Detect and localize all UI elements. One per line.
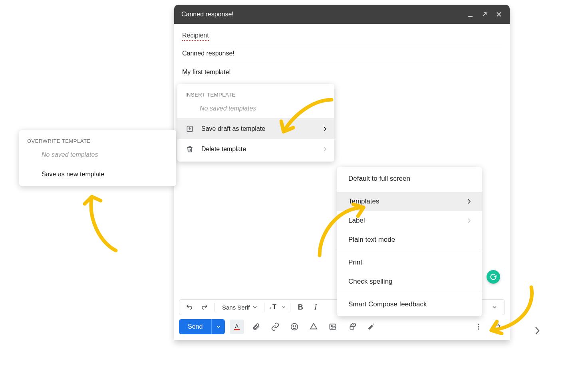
emoji-icon[interactable] bbox=[287, 320, 302, 334]
send-button-group: Send bbox=[179, 319, 225, 334]
compose-fields: Recipient Canned response! bbox=[174, 24, 510, 62]
minimize-icon[interactable] bbox=[467, 11, 474, 18]
pen-icon[interactable] bbox=[364, 320, 378, 334]
font-size-icon[interactable]: тT bbox=[268, 300, 287, 314]
menu-item-plain-text[interactable]: Plain text mode bbox=[337, 230, 482, 249]
chevron-right-icon bbox=[323, 147, 326, 152]
menu-label: Delete template bbox=[201, 146, 246, 153]
separator bbox=[215, 303, 215, 312]
annotation-arrow bbox=[80, 191, 124, 255]
attach-icon[interactable] bbox=[249, 320, 263, 334]
chevron-right-icon bbox=[467, 218, 471, 223]
menu-divider bbox=[337, 190, 482, 190]
text-color-icon[interactable]: A bbox=[230, 320, 244, 334]
menu-label: Check spelling bbox=[348, 278, 393, 286]
confidential-icon[interactable] bbox=[345, 320, 359, 334]
menu-divider bbox=[337, 293, 482, 293]
templates-empty-text: No saved templates bbox=[177, 102, 334, 118]
menu-label: Label bbox=[348, 217, 365, 225]
svg-point-12 bbox=[478, 324, 479, 325]
close-icon[interactable] bbox=[495, 11, 503, 18]
menu-item-smart-compose[interactable]: Smart Compose feedback bbox=[337, 295, 482, 314]
menu-label: Default to full screen bbox=[348, 175, 410, 183]
svg-point-14 bbox=[478, 328, 479, 330]
link-icon[interactable] bbox=[268, 320, 282, 334]
chevron-right-icon bbox=[467, 199, 471, 204]
svg-point-6 bbox=[293, 326, 294, 326]
svg-point-13 bbox=[478, 326, 479, 327]
more-options-menu: Default to full screen Templates Label P… bbox=[337, 167, 482, 316]
menu-item-delete-template[interactable]: Delete template bbox=[177, 139, 334, 159]
menu-label: Smart Compose feedback bbox=[348, 300, 427, 308]
toolbar-more-icon[interactable] bbox=[488, 300, 501, 314]
menu-item-save-new-template[interactable]: Save as new template bbox=[19, 165, 176, 184]
menu-label: Save draft as template bbox=[201, 125, 265, 132]
menu-item-save-draft-template[interactable]: Save draft as template bbox=[177, 119, 334, 139]
send-more-button[interactable] bbox=[211, 319, 225, 334]
svg-text:т: т bbox=[269, 306, 271, 310]
trash-icon bbox=[185, 145, 194, 154]
font-selector[interactable]: Sans Serif bbox=[218, 304, 261, 311]
recipient-row[interactable]: Recipient bbox=[182, 28, 502, 45]
drive-icon[interactable] bbox=[306, 320, 321, 334]
separator bbox=[290, 303, 290, 312]
templates-section-label: Insert template bbox=[177, 86, 334, 102]
overwrite-submenu: Overwrite Template No saved templates Sa… bbox=[19, 130, 176, 186]
send-button[interactable]: Send bbox=[179, 319, 211, 334]
svg-rect-4 bbox=[234, 329, 240, 330]
menu-item-full-screen[interactable]: Default to full screen bbox=[337, 169, 482, 188]
overwrite-empty-text: No saved templates bbox=[19, 148, 176, 165]
svg-rect-0 bbox=[468, 16, 473, 17]
recipient-placeholder: Recipient bbox=[182, 32, 209, 41]
menu-label: Plain text mode bbox=[348, 236, 395, 244]
grammarly-badge[interactable] bbox=[487, 270, 500, 284]
menu-item-templates[interactable]: Templates bbox=[337, 192, 482, 211]
popout-icon[interactable] bbox=[481, 11, 488, 18]
menu-label: Templates bbox=[348, 197, 379, 205]
more-options-icon[interactable] bbox=[471, 320, 486, 334]
chevron-right-icon bbox=[323, 126, 326, 131]
separator bbox=[264, 303, 264, 312]
next-page-icon[interactable] bbox=[534, 326, 540, 335]
chevron-down-icon bbox=[253, 305, 257, 309]
templates-submenu: Insert template No saved templates Save … bbox=[177, 84, 334, 162]
svg-text:A: A bbox=[235, 323, 239, 330]
redo-icon[interactable] bbox=[198, 300, 211, 314]
italic-icon[interactable]: I bbox=[309, 300, 322, 314]
svg-point-9 bbox=[331, 326, 332, 327]
menu-item-print[interactable]: Print bbox=[337, 253, 482, 272]
menu-divider bbox=[337, 251, 482, 251]
window-controls bbox=[467, 11, 503, 18]
svg-point-5 bbox=[291, 324, 298, 330]
subject-field[interactable]: Canned response! bbox=[182, 45, 502, 62]
send-bar: Send A bbox=[174, 319, 510, 340]
bold-icon[interactable]: B bbox=[294, 300, 307, 314]
menu-label: Save as new template bbox=[42, 171, 104, 178]
overwrite-section-label: Overwrite Template bbox=[19, 132, 176, 148]
svg-point-7 bbox=[295, 326, 296, 326]
save-icon bbox=[185, 124, 194, 133]
image-icon[interactable] bbox=[326, 320, 340, 334]
menu-item-check-spelling[interactable]: Check spelling bbox=[337, 272, 482, 291]
menu-item-label[interactable]: Label bbox=[337, 211, 482, 230]
font-name-label: Sans Serif bbox=[222, 304, 250, 311]
compose-title: Canned response! bbox=[181, 11, 234, 18]
compose-header: Canned response! bbox=[174, 5, 510, 24]
delete-draft-icon[interactable] bbox=[491, 320, 505, 334]
menu-label: Print bbox=[348, 259, 362, 266]
undo-icon[interactable] bbox=[183, 300, 196, 314]
svg-text:T: T bbox=[272, 304, 276, 310]
